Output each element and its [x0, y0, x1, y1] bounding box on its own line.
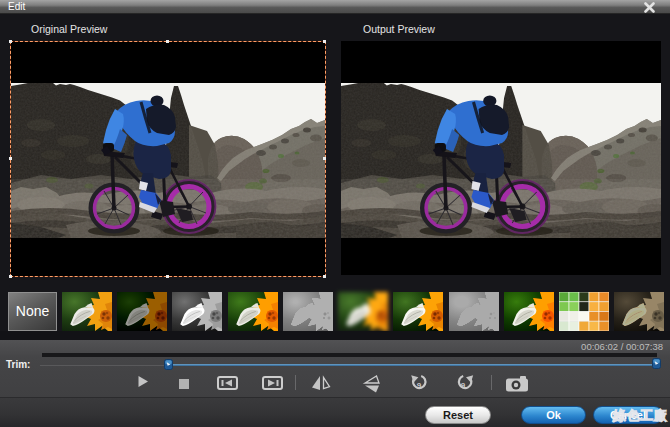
svg-text:9: 9: [461, 381, 466, 390]
svg-text:9: 9: [417, 381, 422, 390]
